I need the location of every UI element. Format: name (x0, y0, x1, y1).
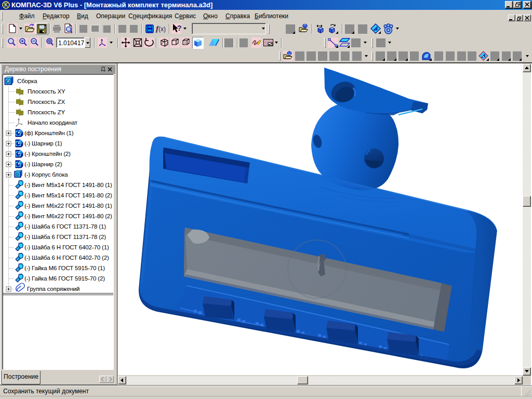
svg-text:?: ? (177, 24, 181, 32)
svg-text:K: K (4, 2, 8, 8)
